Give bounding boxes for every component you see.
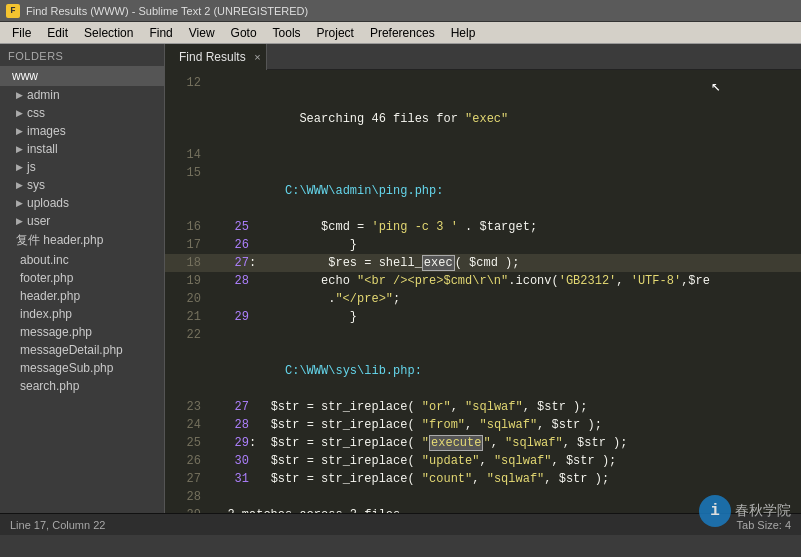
- sidebar-item-messageSub[interactable]: messageSub.php: [0, 359, 164, 377]
- status-position: Line 17, Column 22: [10, 519, 105, 531]
- code-editor[interactable]: 12 Searching 46 files for "exec" 14 15 C…: [165, 70, 801, 513]
- tab-bar: Find Results ×: [165, 44, 801, 70]
- code-line: 25 29: $str = str_ireplace( "execute", "…: [165, 434, 801, 452]
- sidebar-item-fujian-header[interactable]: 复件 header.php: [0, 230, 164, 251]
- sidebar-item-sys[interactable]: ▶ sys: [0, 176, 164, 194]
- tab-close-button[interactable]: ×: [254, 51, 260, 63]
- line-content: Searching 46 files for "exec": [213, 92, 801, 146]
- tab-label: Find Results: [179, 50, 246, 64]
- sidebar-folder-label: sys: [27, 178, 45, 192]
- line-content: C:\WWW\admin\ping.php:: [213, 164, 801, 218]
- sidebar-folder-label: js: [27, 160, 36, 174]
- line-number: 16: [165, 218, 213, 236]
- line-content: 26 }: [213, 236, 801, 254]
- sidebar-item-search[interactable]: search.php: [0, 377, 164, 395]
- file-path-text: C:\WWW\admin\ping.php:: [285, 184, 443, 198]
- line-number: 27: [165, 470, 213, 488]
- sidebar-item-install[interactable]: ▶ install: [0, 140, 164, 158]
- status-bar: Line 17, Column 22 Tab Size: 4: [0, 513, 801, 535]
- expand-arrow-icon: ▶: [16, 162, 23, 172]
- line-content: 27 $str = str_ireplace( "or", "sqlwaf", …: [213, 398, 801, 416]
- line-content: 28 echo "<br /><pre>$cmd\r\n".iconv('GB2…: [213, 272, 801, 290]
- line-number: 18: [165, 254, 213, 272]
- line-content: C:\WWW\sys\lib.php:: [213, 344, 801, 398]
- sidebar-item-about[interactable]: about.inc: [0, 251, 164, 269]
- line-number: 24: [165, 416, 213, 434]
- code-line: 15 C:\WWW\admin\ping.php:: [165, 164, 801, 218]
- expand-arrow-icon: ▶: [16, 90, 23, 100]
- line-content: [213, 326, 801, 344]
- line-content: [213, 146, 801, 164]
- code-line: 27 31 $str = str_ireplace( "count", "sql…: [165, 470, 801, 488]
- expand-arrow-icon: ▶: [16, 216, 23, 226]
- expand-arrow-icon: ▶: [16, 198, 23, 208]
- main-layout: FOLDERS www ▶ admin ▶ css ▶ images ▶ ins…: [0, 44, 801, 513]
- code-line: C:\WWW\sys\lib.php:: [165, 344, 801, 398]
- sidebar-item-css[interactable]: ▶ css: [0, 104, 164, 122]
- sidebar-folder-label: user: [27, 214, 50, 228]
- line-content: 28 $str = str_ireplace( "from", "sqlwaf"…: [213, 416, 801, 434]
- line-number: 12: [165, 74, 213, 92]
- sidebar-folder-label: uploads: [27, 196, 69, 210]
- sidebar-folder-label: admin: [27, 88, 60, 102]
- line-number: 28: [165, 488, 213, 506]
- line-number: [165, 92, 213, 146]
- line-number: 25: [165, 434, 213, 452]
- menu-bar: File Edit Selection Find View Goto Tools…: [0, 22, 801, 44]
- line-content: 29: $str = str_ireplace( "execute", "sql…: [213, 434, 801, 452]
- expand-arrow-icon: ▶: [16, 180, 23, 190]
- line-content: 27: $res = shell_exec( $cmd );: [213, 254, 801, 272]
- line-number: 14: [165, 146, 213, 164]
- sidebar-active-folder[interactable]: www: [0, 66, 164, 86]
- menu-find[interactable]: Find: [141, 24, 180, 42]
- menu-preferences[interactable]: Preferences: [362, 24, 443, 42]
- watermark: i 春秋学院: [699, 495, 791, 527]
- menu-selection[interactable]: Selection: [76, 24, 141, 42]
- file-path-text-2: C:\WWW\sys\lib.php:: [285, 364, 422, 378]
- watermark-label: 春秋学院: [735, 502, 791, 520]
- menu-file[interactable]: File: [4, 24, 39, 42]
- sidebar: FOLDERS www ▶ admin ▶ css ▶ images ▶ ins…: [0, 44, 165, 513]
- line-number: [165, 344, 213, 398]
- sidebar-item-index[interactable]: index.php: [0, 305, 164, 323]
- sidebar-item-js[interactable]: ▶ js: [0, 158, 164, 176]
- code-line: 12: [165, 74, 801, 92]
- title-bar-text: Find Results (WWW) - Sublime Text 2 (UNR…: [26, 5, 308, 17]
- menu-help[interactable]: Help: [443, 24, 484, 42]
- sidebar-item-message[interactable]: message.php: [0, 323, 164, 341]
- line-number: 23: [165, 398, 213, 416]
- line-content: 31 $str = str_ireplace( "count", "sqlwaf…: [213, 470, 801, 488]
- line-content: 25 $cmd = 'ping -c 3 ' . $target;: [213, 218, 801, 236]
- line-content: 30 $str = str_ireplace( "update", "sqlwa…: [213, 452, 801, 470]
- find-results-tab[interactable]: Find Results ×: [165, 44, 267, 70]
- code-line: 23 27 $str = str_ireplace( "or", "sqlwaf…: [165, 398, 801, 416]
- code-line: 26 30 $str = str_ireplace( "update", "sq…: [165, 452, 801, 470]
- sidebar-item-uploads[interactable]: ▶ uploads: [0, 194, 164, 212]
- menu-goto[interactable]: Goto: [223, 24, 265, 42]
- code-line: 22: [165, 326, 801, 344]
- sidebar-item-admin[interactable]: ▶ admin: [0, 86, 164, 104]
- menu-view[interactable]: View: [181, 24, 223, 42]
- sidebar-folder-label: install: [27, 142, 58, 156]
- menu-project[interactable]: Project: [309, 24, 362, 42]
- line-number: 26: [165, 452, 213, 470]
- content-area: Find Results × 12 Searching 46 files for…: [165, 44, 801, 513]
- sidebar-item-messageDetail[interactable]: messageDetail.php: [0, 341, 164, 359]
- sidebar-item-footer[interactable]: footer.php: [0, 269, 164, 287]
- code-line: Searching 46 files for "exec": [165, 92, 801, 146]
- line-number: 20: [165, 290, 213, 308]
- sidebar-item-header[interactable]: header.php: [0, 287, 164, 305]
- line-number: 15: [165, 164, 213, 218]
- code-line: 24 28 $str = str_ireplace( "from", "sqlw…: [165, 416, 801, 434]
- code-line: 20 ."</pre>";: [165, 290, 801, 308]
- code-line: 21 29 }: [165, 308, 801, 326]
- sidebar-item-images[interactable]: ▶ images: [0, 122, 164, 140]
- menu-tools[interactable]: Tools: [265, 24, 309, 42]
- line-number: 22: [165, 326, 213, 344]
- title-bar: F Find Results (WWW) - Sublime Text 2 (U…: [0, 0, 801, 22]
- line-number: 19: [165, 272, 213, 290]
- menu-edit[interactable]: Edit: [39, 24, 76, 42]
- code-line: 16 25 $cmd = 'ping -c 3 ' . $target;: [165, 218, 801, 236]
- line-number: 29: [165, 506, 213, 513]
- sidebar-item-user[interactable]: ▶ user: [0, 212, 164, 230]
